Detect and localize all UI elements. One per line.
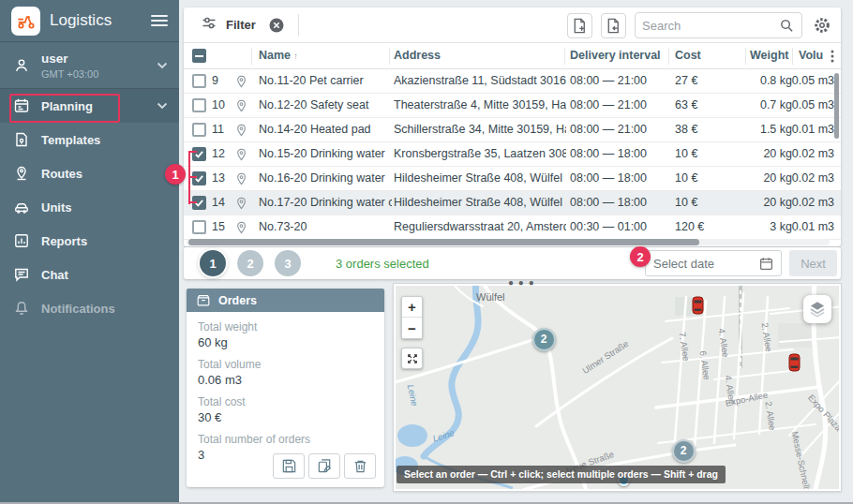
user-timezone: GMT +03:00 (41, 68, 157, 80)
filter-sliders-icon (201, 15, 217, 35)
next-button[interactable]: Next (789, 250, 837, 276)
settings-gear-icon[interactable] (811, 16, 833, 35)
location-pin-icon (236, 221, 247, 237)
row-checkbox[interactable] (192, 196, 206, 210)
column-header-weight[interactable]: Weight (750, 49, 788, 62)
page-button-2[interactable]: 2 (237, 250, 263, 276)
map-label: Wülfel (476, 291, 505, 303)
table-row[interactable]: 12No.15-20 Drinking waterKronsbergstraße… (184, 142, 841, 167)
app-title: Logistics (50, 11, 151, 30)
column-header-interval[interactable]: Delivery interval (570, 49, 661, 62)
table-row[interactable]: 14No.17-20 Drinking water co…Hildesheime… (184, 191, 841, 215)
copy-orders-button[interactable] (308, 453, 340, 479)
delete-orders-button[interactable] (344, 453, 376, 479)
table-row[interactable]: 13No.16-20 Drinking waterHildesheimer St… (184, 167, 841, 191)
orders-summary-header: Orders (187, 289, 384, 312)
sidebar-header: Logistics (0, 0, 179, 42)
order-name: No.17-20 Drinking water co… (259, 191, 392, 215)
page-button-3[interactable]: 3 (275, 250, 301, 276)
sidebar-item-routes[interactable]: Routes (0, 156, 179, 190)
order-cluster-marker[interactable]: 2 (532, 328, 556, 351)
order-name: No.14-20 Heated pad (259, 118, 392, 141)
sidebar-item-units[interactable]: Units (0, 190, 179, 224)
import-orders-button[interactable] (601, 13, 626, 38)
row-checkbox[interactable] (192, 74, 206, 88)
row-checkbox[interactable] (192, 147, 206, 161)
summary-field-label: Total volume (198, 358, 373, 371)
table-row[interactable]: 11No.14-20 Heated padSchillerstraße 34, … (184, 118, 841, 142)
order-delivery-interval: 08:00 — 21:00 (570, 118, 668, 141)
divider (298, 14, 299, 37)
table-row[interactable]: 15No.73-20Reguliersdwarsstraat 20, Amste… (184, 215, 841, 240)
sidebar-item-label: Routes (41, 167, 168, 181)
row-number: 14 (212, 191, 234, 215)
chevron-down-icon (157, 62, 168, 69)
chevron-down-icon (157, 102, 168, 110)
column-header-cost[interactable]: Cost (675, 49, 701, 62)
summary-field-value: 0.06 m3 (198, 373, 373, 387)
search-icon[interactable] (779, 18, 795, 34)
sidebar-item-planning[interactable]: Planning (0, 89, 179, 123)
column-menu-icon[interactable] (831, 50, 834, 66)
order-cluster-marker[interactable]: 2 (672, 439, 696, 463)
row-checkbox[interactable] (192, 171, 206, 185)
search-input[interactable] (642, 19, 779, 33)
table-row[interactable]: 9No.11-20 Pet carrierAkazienstraße 11, S… (184, 69, 841, 94)
user-icon (11, 57, 32, 74)
row-number: 13 (212, 167, 234, 190)
row-checkbox[interactable] (192, 220, 206, 234)
table-actions (567, 7, 841, 43)
vertical-scrollbar-thumb[interactable] (834, 73, 839, 139)
order-volume: 0.02 m3 (747, 167, 834, 190)
sidebar-item-chat[interactable]: Chat (0, 258, 179, 291)
column-header-address[interactable]: Address (394, 49, 441, 62)
table-header: Name↑ Address Delivery interval Cost Wei… (184, 43, 841, 69)
clear-filter-icon[interactable] (268, 17, 285, 34)
map-base (396, 286, 839, 489)
order-volume: 0.01 m3 (747, 118, 834, 141)
location-pin-icon (236, 197, 247, 213)
order-address: Theaterstraße 4, Mitte 30159, Hann… (394, 94, 566, 117)
table-row[interactable]: 10No.12-20 Safety seatTheaterstraße 4, M… (184, 94, 841, 118)
filter-button[interactable]: Filter (184, 15, 285, 35)
panel-resize-handle[interactable]: ● ● ● (508, 277, 535, 288)
vehicle-marker-icon[interactable] (692, 296, 704, 319)
step-circles: 123 (200, 250, 301, 276)
sidebar-item-reports[interactable]: Reports (0, 224, 179, 258)
order-delivery-interval: 08:00 — 18:00 (570, 167, 668, 190)
column-header-volume[interactable]: Volu (799, 49, 823, 62)
user-menu[interactable]: user GMT +03:00 (0, 42, 179, 89)
map-layers-button[interactable] (803, 295, 831, 323)
orders-summary-actions (273, 453, 376, 479)
select-date-input[interactable]: Select date (645, 250, 782, 276)
horizontal-scrollbar-thumb[interactable] (188, 239, 699, 245)
row-checkbox[interactable] (192, 98, 206, 112)
save-selection-button[interactable] (273, 453, 305, 479)
add-order-button[interactable] (567, 13, 592, 38)
column-header-name[interactable]: Name↑ (259, 49, 298, 62)
page-button-1[interactable]: 1 (200, 250, 226, 276)
select-all-checkbox[interactable] (192, 49, 206, 63)
map-zoom-out-button[interactable]: − (402, 318, 422, 338)
steps-bar: 123 3 orders selected Select date Next (184, 247, 841, 279)
vehicle-marker-icon[interactable] (788, 353, 801, 376)
menu-toggle-button[interactable] (151, 15, 168, 26)
summary-field-value: 30 € (198, 410, 373, 424)
sidebar-item-label: Planning (41, 99, 157, 113)
sidebar-item-label: Notifications (41, 302, 168, 316)
order-name: No.11-20 Pet carrier (259, 69, 392, 93)
map-zoom-in-button[interactable]: + (402, 297, 422, 318)
filter-bar: Filter (184, 7, 841, 43)
chat-icon (11, 266, 32, 283)
map-canvas[interactable]: WülfelLeineLeineUlmer Straße7. Allee6. A… (396, 286, 839, 489)
summary-field-value: 60 kg (198, 335, 373, 349)
orders-table-card: Filter (184, 7, 841, 246)
sidebar-item-templates[interactable]: Templates (0, 123, 179, 156)
order-volume: 0.02 m3 (747, 142, 834, 166)
select-date-placeholder: Select date (653, 257, 714, 271)
map-fullscreen-button[interactable] (401, 348, 423, 369)
sidebar-item-notifications[interactable]: Notifications (0, 291, 179, 325)
horizontal-scrollbar[interactable] (187, 239, 830, 245)
row-checkbox[interactable] (192, 123, 206, 137)
reports-icon (11, 232, 32, 249)
